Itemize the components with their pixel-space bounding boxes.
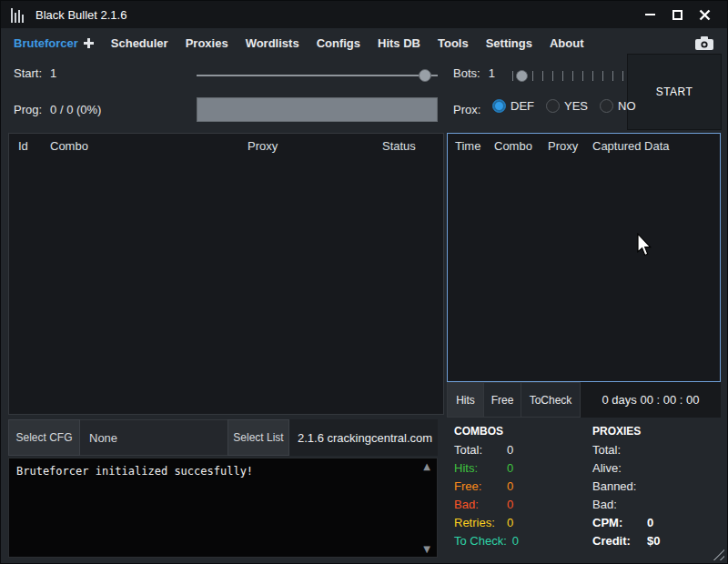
- menu-item-proxies[interactable]: Proxies: [186, 36, 228, 50]
- select-cfg-button[interactable]: Select CFG: [8, 419, 80, 456]
- stat-proxies-total: Total:: [592, 443, 660, 461]
- tab-free[interactable]: Free: [484, 382, 521, 418]
- stat-combos-bad: Bad: 0: [454, 498, 519, 516]
- prox-yes-radio[interactable]: YES: [546, 99, 588, 113]
- start-label: Start:: [14, 66, 42, 80]
- prox-yes-label: YES: [564, 99, 588, 113]
- col-id[interactable]: Id: [18, 139, 50, 153]
- window-title: Black Bullet 2.1.6: [35, 8, 126, 22]
- menu-item-settings[interactable]: Settings: [486, 36, 532, 50]
- proxies-stats: PROXIES Total: Alive: Banned: Bad: CPM: …: [592, 425, 660, 552]
- menu-item-tools[interactable]: Tools: [438, 36, 469, 50]
- results-panel: Id Combo Proxy Status: [8, 133, 444, 415]
- minimize-icon: [645, 14, 655, 15]
- close-button[interactable]: [691, 4, 718, 25]
- stat-combos-hits: Hits: 0: [454, 461, 519, 479]
- menu-item-configs[interactable]: Configs: [317, 36, 360, 50]
- stat-combos-free: Free: 0: [454, 479, 519, 498]
- log-line: Bruteforcer initialized succesfully!: [16, 465, 430, 478]
- combos-title: COMBOS: [454, 425, 519, 443]
- log-scrollbar[interactable]: ▲ ▼: [420, 461, 434, 554]
- select-list-button[interactable]: Select List: [228, 419, 289, 456]
- window-controls: [636, 4, 718, 25]
- hits-table-header: Time Combo Proxy Captured Data: [448, 134, 720, 157]
- prox-field: Prox:: [453, 103, 489, 116]
- menu-item-hits-db[interactable]: Hits DB: [378, 36, 420, 50]
- progress-bar: [197, 97, 438, 122]
- maximize-icon: [672, 10, 682, 20]
- results-table-header: Id Combo Proxy Status: [9, 134, 443, 157]
- stat-proxies-alive: Alive:: [592, 461, 660, 479]
- menu-item-wordlists[interactable]: Wordlists: [246, 36, 299, 50]
- start-button[interactable]: START: [627, 54, 722, 130]
- col-combo[interactable]: Combo: [50, 139, 248, 153]
- start-field: Start: 1: [14, 66, 56, 80]
- tab-tocheck[interactable]: ToCheck: [521, 382, 581, 418]
- selected-config-value: None: [80, 419, 228, 456]
- menu-item-bruteforcer[interactable]: Bruteforcer: [14, 36, 78, 50]
- combos-stats: COMBOS Total: 0 Hits: 0 Free: 0 Bad: 0 R…: [454, 425, 519, 552]
- stat-combos-tocheck: To Check: 0: [454, 534, 519, 552]
- col-proxy[interactable]: Proxy: [548, 139, 592, 153]
- start-slider[interactable]: [197, 66, 438, 85]
- stat-proxies-bad: Bad:: [592, 498, 660, 516]
- proxies-title: PROXIES: [592, 425, 660, 443]
- stat-credit: Credit: $0: [592, 534, 660, 552]
- scroll-down-icon[interactable]: ▼: [423, 544, 430, 554]
- col-captured-data[interactable]: Captured Data: [592, 139, 720, 153]
- col-status[interactable]: Status: [382, 139, 443, 153]
- bots-slider-ticks: [512, 71, 624, 81]
- prox-no-label: NO: [618, 99, 636, 113]
- radio-selected-icon: [492, 99, 506, 113]
- screenshot-camera-icon[interactable]: [694, 35, 714, 51]
- hits-panel: Time Combo Proxy Captured Data: [447, 133, 721, 382]
- radio-unselected-icon: [600, 99, 613, 113]
- scroll-up-icon[interactable]: ▲: [423, 461, 430, 471]
- maximize-button[interactable]: [663, 4, 691, 25]
- progress-label: Prog:: [14, 103, 42, 116]
- prox-def-label: DEF: [511, 99, 534, 113]
- prox-no-radio[interactable]: NO: [600, 99, 636, 113]
- close-icon: [699, 9, 711, 21]
- version-text: 2.1.6 crackingcentral.com: [289, 419, 438, 456]
- col-time[interactable]: Time: [455, 139, 494, 153]
- progress-field: Prog: 0 / 0 (0%): [14, 103, 101, 116]
- prox-def-radio[interactable]: DEF: [492, 99, 534, 113]
- start-value: 1: [50, 66, 56, 80]
- run-timer: 0 days 00 : 00 : 00: [581, 382, 721, 418]
- menu-bar: Bruteforcer Scheduler Proxies Wordlists …: [1, 28, 727, 57]
- add-tab-icon[interactable]: [84, 38, 94, 48]
- stats-panel: COMBOS Total: 0 Hits: 0 Free: 0 Bad: 0 R…: [447, 418, 722, 559]
- menu-item-about[interactable]: About: [550, 36, 584, 50]
- start-slider-thumb[interactable]: [419, 69, 431, 82]
- menu-item-scheduler[interactable]: Scheduler: [111, 36, 168, 50]
- radio-unselected-icon: [546, 99, 560, 113]
- stat-combos-retries: Retries: 0: [454, 516, 519, 534]
- stat-combos-total: Total: 0: [454, 443, 519, 461]
- start-slider-track: [197, 75, 438, 76]
- bots-field: Bots: 1: [453, 66, 495, 80]
- app-window: Black Bullet 2.1.6 Bruteforcer Scheduler…: [0, 0, 728, 564]
- prox-label: Prox:: [453, 103, 480, 116]
- progress-value: 0 / 0 (0%): [50, 103, 101, 116]
- col-proxy[interactable]: Proxy: [248, 139, 382, 153]
- bots-slider-thumb[interactable]: [516, 70, 528, 82]
- stat-cpm: CPM: 0: [592, 516, 660, 534]
- col-combo[interactable]: Combo: [494, 139, 548, 153]
- bots-slider[interactable]: [512, 66, 624, 85]
- log-output[interactable]: Bruteforcer initialized succesfully! ▲ ▼: [8, 458, 438, 558]
- bots-value: 1: [489, 66, 495, 80]
- app-icon: [10, 6, 26, 23]
- hits-tab-bar: Hits Free ToCheck 0 days 00 : 00 : 00: [447, 382, 721, 418]
- prox-radio-group: DEF YES NO: [492, 99, 636, 113]
- minimize-button[interactable]: [636, 4, 663, 25]
- stat-proxies-banned: Banned:: [592, 479, 660, 498]
- tab-hits[interactable]: Hits: [447, 382, 484, 418]
- config-bar: Select CFG None Select List 2.1.6 cracki…: [8, 419, 438, 456]
- titlebar[interactable]: Black Bullet 2.1.6: [1, 1, 727, 28]
- bots-label: Bots:: [453, 66, 480, 80]
